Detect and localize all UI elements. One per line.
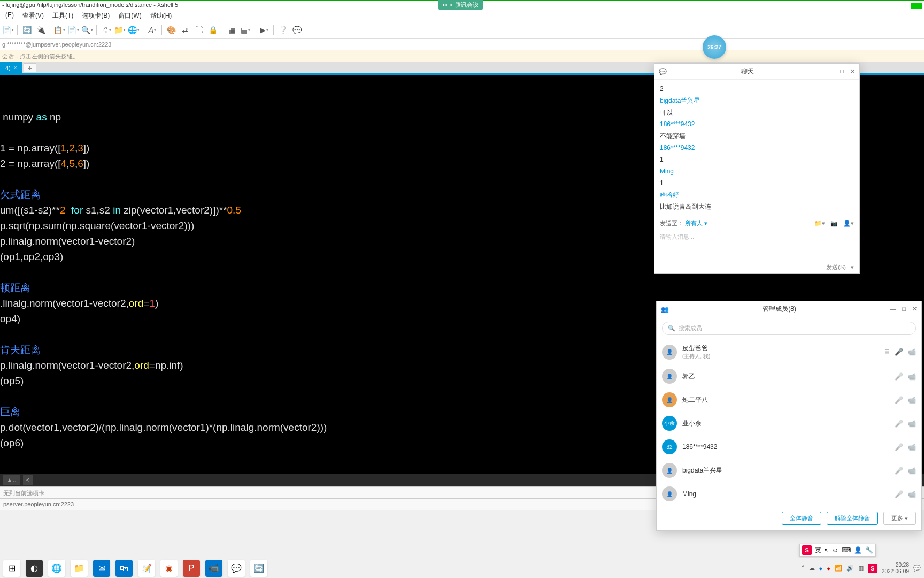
task-app-2[interactable]: ◉	[160, 560, 178, 577]
fullscreen-button[interactable]: ⛶	[193, 24, 205, 36]
collapse-icon[interactable]: <	[23, 475, 33, 485]
member-row[interactable]: 👤bigdata兰兴星🎤📹	[662, 459, 916, 482]
cam-off-icon[interactable]: 📹	[907, 467, 916, 475]
disconnect-button[interactable]: 🔌	[35, 24, 47, 36]
ime-lang[interactable]: 英	[815, 546, 821, 555]
menu-view[interactable]: 查看(V)	[18, 10, 48, 21]
task-app-3[interactable]: 🔄	[250, 560, 267, 577]
new-session-button[interactable]: 📄	[2, 24, 14, 36]
maximize-icon[interactable]: □	[840, 68, 844, 75]
paste-button[interactable]: 📄	[67, 24, 79, 36]
task-explorer[interactable]: 📁	[71, 560, 88, 577]
globe-button[interactable]: 🌐	[128, 24, 140, 36]
member-row[interactable]: 小余业小余🎤📹	[662, 412, 916, 435]
start-button[interactable]: ⊞	[3, 560, 20, 577]
find-button[interactable]: 🔍	[81, 24, 93, 36]
tray-icon[interactable]: ▥	[858, 565, 864, 572]
folder-icon[interactable]: 📁▾	[814, 220, 825, 227]
send-dropdown-icon[interactable]: ▾	[851, 264, 854, 270]
send-button[interactable]: 发送(S)	[826, 264, 846, 270]
close-icon[interactable]: ✕	[850, 68, 855, 75]
font-button[interactable]: A	[147, 24, 158, 36]
menu-tabs[interactable]: 选项卡(B)	[78, 10, 114, 21]
tray-up-icon[interactable]: ˄	[802, 565, 805, 572]
copy-button[interactable]: 📋	[53, 24, 65, 36]
tray-icon[interactable]: ☁	[809, 565, 815, 572]
task-meeting[interactable]: 📹	[205, 560, 222, 577]
mic-off-icon[interactable]: 🎤	[895, 396, 903, 404]
ime-emoji[interactable]: ☺	[832, 546, 838, 554]
task-store[interactable]: 🛍	[116, 560, 133, 577]
more-button[interactable]: 更多 ▾	[883, 512, 916, 525]
task-mail[interactable]: ✉	[93, 560, 110, 577]
help-button[interactable]: ❔	[277, 24, 289, 36]
mic-on-icon[interactable]: 🎤	[895, 348, 903, 356]
cam-off-icon[interactable]: 📹	[907, 372, 916, 381]
tray-notif-icon[interactable]: 💬	[913, 565, 921, 572]
cam-off-icon[interactable]: 📹	[907, 490, 916, 498]
print-button[interactable]: 🖨	[100, 24, 112, 36]
ime-punct[interactable]: •,	[825, 546, 829, 554]
tray-icon[interactable]: ●	[827, 565, 830, 572]
menu-tools[interactable]: 工具(T)	[48, 10, 78, 21]
sendto-dropdown[interactable]: 所有人 ▾	[685, 220, 707, 226]
mic-off-icon[interactable]: 🎤	[895, 372, 903, 381]
tray-sogou-icon[interactable]: S	[868, 564, 877, 573]
screenshot-icon[interactable]: 📷	[830, 220, 838, 227]
properties-button[interactable]: 📁	[114, 24, 126, 36]
mute-all-button[interactable]: 全体静音	[782, 512, 821, 525]
session-tab[interactable]: 4) ×	[0, 62, 22, 73]
script-button[interactable]: ▶	[258, 24, 270, 36]
menu-window[interactable]: 窗口(W)	[114, 10, 145, 21]
close-icon[interactable]: ✕	[912, 306, 917, 313]
mic-off-icon[interactable]: 🎤	[895, 443, 903, 451]
member-row[interactable]: 👤Ming🎤📹	[662, 482, 916, 506]
meeting-badge[interactable]: 腾讯会议	[438, 0, 483, 10]
person-icon[interactable]: 👤▾	[843, 220, 854, 227]
tray-volume-icon[interactable]: 🔊	[846, 565, 854, 572]
mic-off-icon[interactable]: 🎤	[895, 467, 903, 475]
lock-button[interactable]: 🔒	[207, 24, 219, 36]
member-row[interactable]: 👤郭乙🎤📹	[662, 364, 916, 388]
cam-off-icon[interactable]: 📹	[907, 348, 916, 356]
cam-off-icon[interactable]: 📹	[907, 396, 916, 404]
mic-off-icon[interactable]: 🎤	[895, 420, 903, 428]
task-wechat[interactable]: 💬	[228, 560, 245, 577]
reconnect-button[interactable]: 🔄	[21, 24, 33, 36]
sogou-icon[interactable]: S	[802, 545, 812, 555]
member-row[interactable]: 👤炮二平八🎤📹	[662, 388, 916, 412]
tile-button[interactable]: ▦	[226, 24, 237, 36]
close-tab-icon[interactable]: ×	[14, 65, 17, 71]
color-button[interactable]: 🎨	[165, 24, 177, 36]
ime-tool-icon[interactable]: 🔧	[865, 546, 873, 554]
task-app-1[interactable]: ◐	[26, 560, 43, 577]
tray-icon[interactable]: ●	[819, 565, 823, 572]
meeting-timer[interactable]: 26:27	[703, 35, 726, 59]
task-browser[interactable]: 🌐	[48, 560, 65, 577]
search-members-input[interactable]: 🔍 搜索成员	[662, 322, 916, 335]
maximize-icon[interactable]: □	[902, 306, 906, 313]
minimize-icon[interactable]: —	[828, 68, 834, 75]
layout-button[interactable]: ▤	[240, 24, 251, 36]
minimize-icon[interactable]: —	[890, 306, 896, 313]
member-row[interactable]: 32186****9432🎤📹	[662, 435, 916, 459]
tray-clock[interactable]: 20:28 2022-06-09	[882, 562, 909, 575]
chat-icon[interactable]: 💬	[291, 24, 303, 36]
add-tab-button[interactable]: +	[24, 63, 36, 72]
screen-icon[interactable]: 🖥	[883, 348, 890, 356]
cam-off-icon[interactable]: 📹	[907, 420, 916, 428]
chat-input[interactable]: 请输入消息...	[654, 231, 859, 261]
cam-off-icon[interactable]: 📹	[907, 443, 916, 451]
task-editor[interactable]: 📝	[138, 560, 155, 577]
ime-toolbar[interactable]: S 英 •, ☺ ⌨ 👤 🔧	[799, 544, 876, 557]
task-powerpoint[interactable]: P	[183, 560, 200, 577]
ime-user-icon[interactable]: 👤	[854, 546, 862, 554]
menu-edit[interactable]: (E)	[1, 10, 18, 21]
unmute-all-button[interactable]: 解除全体静音	[827, 512, 878, 525]
menu-help[interactable]: 帮助(H)	[146, 10, 176, 21]
ime-keyboard-icon[interactable]: ⌨	[842, 546, 851, 554]
tray-icon[interactable]: 📶	[835, 565, 842, 572]
arrows-button[interactable]: ⇄	[179, 24, 191, 36]
mic-off-icon[interactable]: 🎤	[895, 490, 903, 498]
member-row[interactable]: 👤皮蛋爸爸(主持人, 我)🖥🎤📹	[662, 339, 916, 364]
